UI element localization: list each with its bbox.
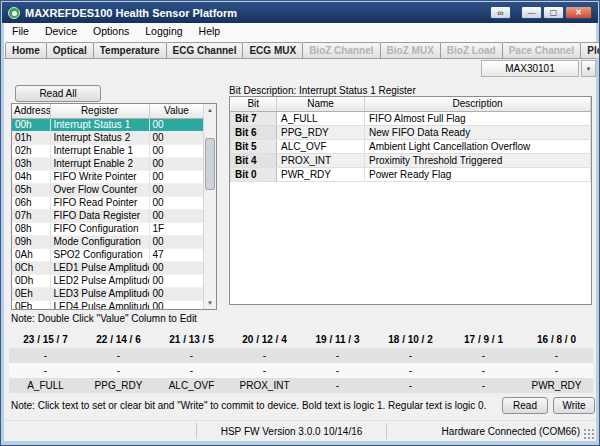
register-cell-name[interactable]: Interrupt Enable 2: [50, 157, 149, 170]
bit-toggle-alc-ovf[interactable]: ALC_OVF: [155, 378, 228, 393]
register-row[interactable]: 07hFIFO Data Register00: [12, 209, 204, 222]
register-cell-name[interactable]: Over Flow Counter: [50, 183, 149, 196]
bit-cell-empty: -: [301, 378, 374, 393]
register-cell-address[interactable]: 05h: [12, 183, 50, 196]
resize-grip[interactable]: [583, 428, 594, 439]
maximize-button[interactable]: ▢: [543, 6, 564, 19]
register-row[interactable]: 06hFIFO Read Pointer00: [12, 196, 204, 209]
menu-item-logging[interactable]: Logging: [137, 24, 190, 38]
bit-grid-header-row: 23 / 15 / 722 / 14 / 621 / 13 / 520 / 12…: [9, 331, 593, 348]
register-cell-value[interactable]: 00: [149, 118, 204, 131]
register-cell-value[interactable]: 00: [149, 261, 204, 274]
minimize-button[interactable]: —: [521, 6, 542, 19]
register-row[interactable]: 0FhLED4 Pulse Amplitude (Green)00: [12, 300, 204, 310]
register-cell-address[interactable]: 09h: [12, 235, 50, 248]
read-button[interactable]: Read: [502, 397, 548, 414]
tab-ecg-channel[interactable]: ECG Channel: [166, 42, 244, 58]
tab-ecg-mux[interactable]: ECG MUX: [242, 42, 303, 58]
scrollbar-thumb[interactable]: [205, 138, 215, 190]
scroll-up-icon[interactable]: ▲: [204, 104, 216, 116]
menu-item-options[interactable]: Options: [85, 24, 137, 38]
bit-cell-empty: -: [228, 348, 301, 363]
client-area: FileDeviceOptionsLoggingHelp HomeOptical…: [4, 23, 596, 441]
register-cell-value[interactable]: 00: [149, 170, 204, 183]
register-row[interactable]: 05hOver Flow Counter00: [12, 183, 204, 196]
register-cell-name[interactable]: LED4 Pulse Amplitude (Green): [50, 300, 149, 310]
register-row[interactable]: 0EhLED3 Pulse Amplitude (Green)00: [12, 287, 204, 300]
tab-plots[interactable]: Plots: [580, 42, 600, 58]
link-button[interactable]: ∞: [490, 6, 511, 19]
register-cell-address[interactable]: 0Ah: [12, 248, 50, 261]
register-cell-name[interactable]: SPO2 Configuration: [50, 248, 149, 261]
register-cell-address[interactable]: 0Eh: [12, 287, 50, 300]
register-cell-name[interactable]: FIFO Write Pointer: [50, 170, 149, 183]
register-row[interactable]: 00hInterrupt Status 100: [12, 118, 204, 131]
register-cell-value[interactable]: 00: [149, 131, 204, 144]
register-cell-name[interactable]: Interrupt Status 2: [50, 131, 149, 144]
bit-toggle-a-full[interactable]: A_FULL: [9, 378, 82, 393]
register-cell-value[interactable]: 00: [149, 183, 204, 196]
window-controls: ∞—▢✕: [489, 6, 592, 19]
register-cell-address[interactable]: 03h: [12, 157, 50, 170]
register-cell-address[interactable]: 0Fh: [12, 300, 50, 310]
register-cell-address[interactable]: 01h: [12, 131, 50, 144]
menu-item-help[interactable]: Help: [191, 24, 229, 38]
register-row[interactable]: 01hInterrupt Status 200: [12, 131, 204, 144]
register-cell-address[interactable]: 0Dh: [12, 274, 50, 287]
bit-toggle-prox-int[interactable]: PROX_INT: [228, 378, 301, 393]
register-row[interactable]: 02hInterrupt Enable 100: [12, 144, 204, 157]
register-row[interactable]: 09hMode Configuration00: [12, 235, 204, 248]
close-button[interactable]: ✕: [565, 6, 592, 19]
register-cell-value[interactable]: 00: [149, 235, 204, 248]
tab-temperature[interactable]: Temperature: [93, 42, 167, 58]
menu-item-file[interactable]: File: [4, 24, 37, 38]
register-cell-value[interactable]: 47: [149, 248, 204, 261]
register-cell-address[interactable]: 02h: [12, 144, 50, 157]
device-selector[interactable]: MAX30101 ▼: [481, 60, 596, 77]
register-cell-address[interactable]: 06h: [12, 196, 50, 209]
bit-toggle-ppg-rdy[interactable]: PPG_RDY: [82, 378, 155, 393]
register-cell-value[interactable]: 1F: [149, 222, 204, 235]
register-cell-value[interactable]: 00: [149, 274, 204, 287]
register-cell-name[interactable]: FIFO Data Register: [50, 209, 149, 222]
register-cell-name[interactable]: Interrupt Status 1: [50, 118, 149, 131]
device-selector-value[interactable]: MAX30101: [481, 60, 579, 77]
register-cell-name[interactable]: FIFO Configuration: [50, 222, 149, 235]
register-cell-value[interactable]: 00: [149, 144, 204, 157]
register-cell-name[interactable]: FIFO Read Pointer: [50, 196, 149, 209]
read-all-button[interactable]: Read All: [15, 85, 101, 102]
register-row[interactable]: 0AhSPO2 Configuration47: [12, 248, 204, 261]
register-cell-address[interactable]: 00h: [12, 118, 50, 131]
bit-grid-header-cell: 18 / 10 / 2: [374, 331, 447, 348]
register-cell-name[interactable]: LED2 Pulse Amplitude (IR): [50, 274, 149, 287]
menu-item-device[interactable]: Device: [37, 24, 85, 38]
register-cell-address[interactable]: 04h: [12, 170, 50, 183]
register-cell-name[interactable]: Mode Configuration: [50, 235, 149, 248]
register-cell-name[interactable]: LED1 Pulse Amplitude (Red): [50, 261, 149, 274]
tab-bioz-load: BioZ Load: [440, 42, 503, 58]
bit-desc-cell-bit: Bit 0: [231, 167, 277, 181]
bit-column-bit: Bit: [231, 97, 277, 111]
register-row[interactable]: 0ChLED1 Pulse Amplitude (Red)00: [12, 261, 204, 274]
register-cell-name[interactable]: Interrupt Enable 1: [50, 144, 149, 157]
register-table-scrollbar[interactable]: ▲ ▼: [203, 104, 216, 309]
write-button[interactable]: Write: [553, 397, 595, 414]
register-cell-address[interactable]: 0Ch: [12, 261, 50, 274]
scroll-down-icon[interactable]: ▼: [204, 297, 216, 309]
tab-home[interactable]: Home: [5, 42, 47, 58]
register-cell-address[interactable]: 07h: [12, 209, 50, 222]
register-row[interactable]: 03hInterrupt Enable 200: [12, 157, 204, 170]
register-row[interactable]: 04hFIFO Write Pointer00: [12, 170, 204, 183]
register-cell-value[interactable]: 00: [149, 300, 204, 310]
register-cell-value[interactable]: 00: [149, 287, 204, 300]
tab-optical[interactable]: Optical: [46, 42, 94, 58]
register-cell-name[interactable]: LED3 Pulse Amplitude (Green): [50, 287, 149, 300]
register-cell-value[interactable]: 00: [149, 196, 204, 209]
register-cell-address[interactable]: 08h: [12, 222, 50, 235]
register-cell-value[interactable]: 00: [149, 157, 204, 170]
bit-toggle-pwr-rdy[interactable]: PWR_RDY: [520, 378, 593, 393]
chevron-down-icon[interactable]: ▼: [581, 60, 596, 77]
register-row[interactable]: 08hFIFO Configuration1F: [12, 222, 204, 235]
register-row[interactable]: 0DhLED2 Pulse Amplitude (IR)00: [12, 274, 204, 287]
register-cell-value[interactable]: 00: [149, 209, 204, 222]
